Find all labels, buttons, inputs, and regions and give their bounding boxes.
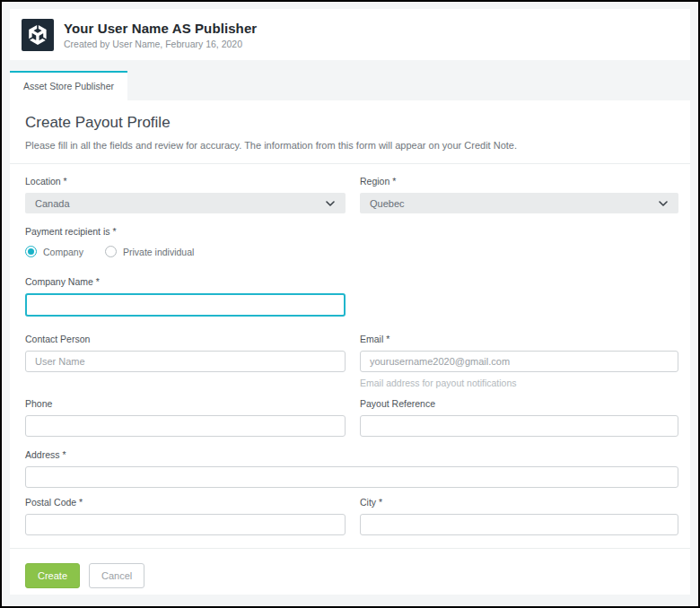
company-name-input[interactable] (25, 293, 346, 317)
region-select[interactable]: Quebec (360, 193, 678, 213)
postal-code-input[interactable] (25, 514, 346, 535)
publisher-name: Your User Name AS Publisher (64, 21, 257, 36)
email-input[interactable] (360, 351, 678, 372)
company-name-label: Company Name * (25, 276, 346, 287)
app-window: Your User Name AS Publisher Created by U… (0, 0, 700, 608)
payout-reference-input[interactable] (360, 415, 678, 437)
phone-label: Phone (25, 398, 346, 409)
city-input[interactable] (360, 514, 678, 535)
region-label: Region * (360, 176, 678, 187)
tab-bar: Asset Store Publisher (10, 71, 690, 100)
city-label: City * (360, 497, 678, 508)
email-label: Email * (360, 334, 678, 344)
form-actions: Create Cancel (25, 563, 679, 588)
chevron-down-icon (659, 201, 668, 206)
chevron-down-icon (326, 201, 335, 206)
location-select[interactable]: Canada (25, 193, 346, 213)
page-description: Please fill in all the fields and review… (25, 140, 679, 151)
radio-company[interactable]: Company (25, 246, 83, 257)
tab-asset-store-publisher[interactable]: Asset Store Publisher (10, 71, 127, 100)
contact-person-label: Contact Person (25, 334, 346, 344)
header-text: Your User Name AS Publisher Created by U… (64, 21, 257, 49)
email-helper-text: Email address for payout notifications (360, 378, 678, 388)
address-label: Address * (25, 449, 678, 460)
cancel-button[interactable]: Cancel (89, 563, 144, 588)
region-value: Quebec (370, 198, 405, 209)
create-button[interactable]: Create (25, 563, 80, 588)
payout-reference-label: Payout Reference (360, 398, 678, 409)
location-value: Canada (35, 198, 70, 209)
payout-profile-panel: Create Payout Profile Please fill in all… (10, 100, 690, 595)
location-label: Location * (25, 176, 346, 187)
recipient-label: Payment recipient is * (25, 226, 679, 237)
section-divider (10, 163, 690, 164)
footer-divider (10, 548, 690, 549)
publisher-created-info: Created by User Name, February 16, 2020 (64, 39, 257, 49)
page-title: Create Payout Profile (25, 114, 679, 132)
phone-input[interactable] (25, 415, 346, 437)
radio-selected-icon (25, 246, 37, 257)
recipient-radio-group: Company Private individual (25, 246, 679, 257)
radio-private-individual[interactable]: Private individual (105, 246, 194, 257)
radio-unselected-icon (105, 246, 117, 257)
unity-logo-icon (22, 19, 54, 51)
postal-code-label: Postal Code * (25, 497, 346, 508)
publisher-header: Your User Name AS Publisher Created by U… (10, 9, 690, 60)
address-input[interactable] (25, 466, 678, 488)
contact-person-input[interactable] (25, 351, 346, 372)
